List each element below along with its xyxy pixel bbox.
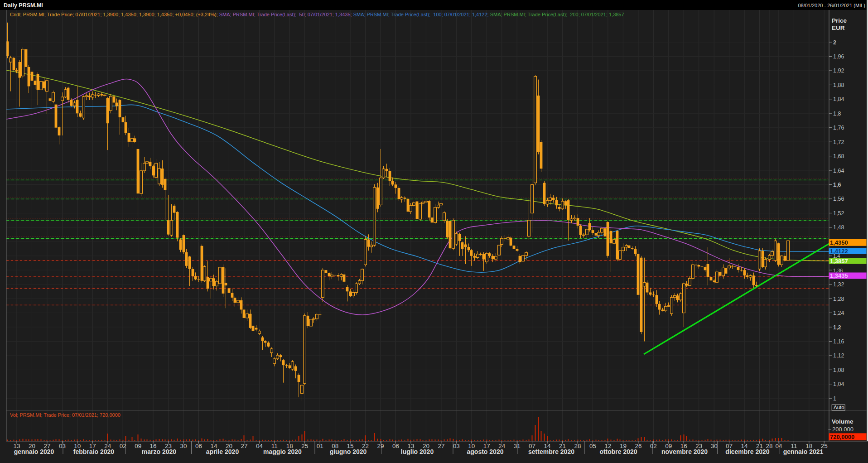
svg-text:27: 27 [438, 443, 444, 449]
svg-text:1,88: 1,88 [833, 82, 844, 88]
svg-text:1,48: 1,48 [833, 224, 844, 231]
svg-text:1,08: 1,08 [833, 367, 844, 373]
svg-text:1: 1 [833, 395, 836, 402]
svg-text:03: 03 [453, 443, 460, 449]
svg-text:1,72: 1,72 [833, 139, 844, 145]
svg-text:Volume: Volume [832, 418, 854, 425]
svg-text:1,8: 1,8 [833, 111, 841, 117]
svg-text:ottobre 2020: ottobre 2020 [599, 448, 637, 455]
svg-text:1,56: 1,56 [833, 196, 844, 202]
svg-text:30: 30 [180, 443, 187, 449]
svg-text:1,2: 1,2 [833, 324, 841, 331]
svg-text:09: 09 [135, 443, 141, 449]
svg-text:1,4122: 1,4122 [830, 248, 848, 255]
svg-text:Vol; PRSM.MI; Trade Price; 07/: Vol; PRSM.MI; Trade Price; 07/01/2021; 7… [10, 412, 121, 418]
svg-text:maggio 2020: maggio 2020 [263, 448, 302, 455]
svg-text:30: 30 [711, 443, 718, 449]
svg-text:1,68: 1,68 [833, 153, 844, 159]
svg-text:720,0000: 720,0000 [830, 434, 854, 440]
svg-text:giugno 2020: giugno 2020 [330, 448, 367, 455]
svg-text:04: 04 [256, 443, 263, 449]
svg-text:1,6: 1,6 [833, 182, 841, 188]
svg-text:Price: Price [832, 17, 847, 24]
svg-text:gennaio 2020: gennaio 2020 [14, 448, 54, 455]
svg-text:1,52: 1,52 [833, 210, 844, 217]
svg-text:luglio 2020: luglio 2020 [401, 448, 434, 455]
svg-text:02: 02 [650, 443, 657, 449]
svg-text:03: 03 [59, 443, 66, 449]
svg-text:1,3857: 1,3857 [830, 258, 848, 265]
svg-text:06: 06 [392, 443, 399, 449]
svg-text:dicembre 2020: dicembre 2020 [725, 448, 769, 455]
svg-text:gennaio 2021: gennaio 2021 [783, 448, 824, 455]
svg-text:1,04: 1,04 [833, 381, 844, 387]
svg-text:1,12: 1,12 [833, 352, 844, 359]
svg-text:Auto: Auto [834, 405, 844, 410]
svg-text:1,16: 1,16 [833, 338, 844, 345]
svg-text:200.000: 200.000 [832, 426, 854, 433]
svg-text:1,92: 1,92 [833, 68, 844, 74]
svg-text:02: 02 [120, 443, 126, 449]
svg-text:1,96: 1,96 [833, 53, 844, 60]
svg-text:febbraio 2020: febbraio 2020 [73, 448, 114, 455]
svg-text:1,84: 1,84 [833, 96, 844, 102]
svg-text:2: 2 [833, 39, 836, 46]
svg-text:28: 28 [574, 443, 581, 449]
svg-text:04: 04 [775, 443, 782, 449]
svg-text:marzo 2020: marzo 2020 [142, 448, 176, 455]
svg-text:01: 01 [317, 443, 323, 449]
svg-text:1,24: 1,24 [833, 310, 844, 316]
svg-text:27: 27 [241, 443, 247, 449]
svg-text:1,32: 1,32 [833, 281, 844, 288]
svg-text:EUR: EUR [832, 24, 845, 31]
svg-text:25: 25 [301, 443, 308, 449]
svg-text:1,3435: 1,3435 [830, 272, 848, 279]
svg-text:1,76: 1,76 [833, 125, 844, 131]
svg-text:1,28: 1,28 [833, 296, 844, 302]
svg-text:settembre 2020: settembre 2020 [528, 448, 574, 455]
svg-text:aprile 2020: aprile 2020 [206, 448, 239, 455]
svg-text:Daily PRSM.MI: Daily PRSM.MI [4, 2, 43, 9]
svg-text:1,64: 1,64 [833, 168, 844, 174]
svg-text:agosto 2020: agosto 2020 [467, 448, 504, 455]
svg-text:31: 31 [514, 443, 521, 449]
svg-text:novembre 2020: novembre 2020 [661, 448, 708, 455]
svg-text:29: 29 [377, 443, 384, 449]
svg-text:05: 05 [589, 443, 596, 449]
svg-text:08/01/2020 - 26/01/2021 (MIL): 08/01/2020 - 26/01/2021 (MIL) [798, 3, 865, 8]
svg-text:06: 06 [195, 443, 202, 449]
svg-text:Cndl; PRSM.MI; Trade Price; 07: Cndl; PRSM.MI; Trade Price; 07/01/2021; … [10, 12, 624, 17]
svg-text:1,4350: 1,4350 [830, 239, 848, 246]
